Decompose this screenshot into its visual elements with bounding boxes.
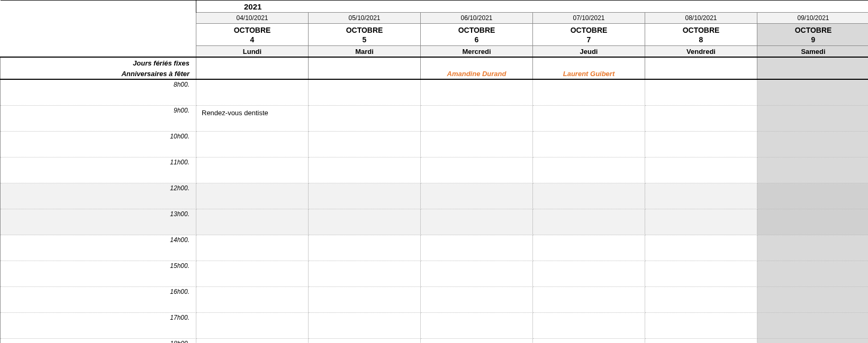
agenda-cell[interactable] [421,287,533,313]
weekly-agenda: 202104/10/202105/10/202106/10/202107/10/… [0,0,868,343]
agenda-cell[interactable] [645,132,757,157]
agenda-cell[interactable] [309,261,421,287]
agenda-cell[interactable] [421,79,533,106]
agenda-cell[interactable] [421,209,533,235]
day-header[interactable]: OCTOBRE7 [533,24,645,46]
agenda-cell[interactable] [196,339,309,344]
hour-label: 14h00. [1,235,196,261]
birthday-cell: Amandine Durand [421,68,533,79]
agenda-cell[interactable] [757,79,869,106]
agenda-cell[interactable]: Rendez-vous dentiste [196,106,309,132]
agenda-cell[interactable] [196,313,309,339]
agenda-cell[interactable] [533,313,645,339]
weekday-label: Samedi [757,46,869,58]
agenda-cell[interactable] [533,132,645,157]
agenda-cell[interactable] [309,339,421,344]
agenda-cell[interactable] [757,313,869,339]
birthday-cell [309,68,421,79]
agenda-cell[interactable] [645,79,757,106]
month-label: OCTOBRE [571,26,608,34]
agenda-cell[interactable] [757,287,869,313]
date-header: 07/10/2021 [533,13,645,24]
day-header[interactable]: OCTOBRE8 [645,24,757,46]
birthdays-label: Anniversaires à fêter [121,70,189,78]
agenda-cell[interactable] [196,183,309,209]
agenda-cell[interactable] [757,209,869,235]
agenda-cell[interactable] [421,235,533,261]
agenda-cell[interactable] [757,157,869,183]
agenda-cell[interactable] [645,106,757,132]
agenda-cell[interactable] [533,209,645,235]
agenda-cell[interactable] [757,132,869,157]
agenda-cell[interactable] [309,209,421,235]
agenda-cell[interactable] [533,106,645,132]
hour-label: 9h00. [1,106,196,132]
year-cell: 2021 [196,1,869,13]
day-number: 6 [475,35,479,44]
agenda-cell[interactable] [645,261,757,287]
agenda-cell[interactable] [645,235,757,261]
agenda-cell[interactable] [196,157,309,183]
agenda-cell[interactable] [196,132,309,157]
hour-label: 13h00. [1,209,196,235]
weekday-label: Vendredi [645,46,757,58]
fixed-holidays-label: Jours fériés fixes [133,59,189,67]
birthday-cell [196,68,309,79]
agenda-cell[interactable] [645,339,757,344]
agenda-cell[interactable] [196,209,309,235]
day-header[interactable]: OCTOBRE6 [421,24,533,46]
agenda-cell[interactable] [757,106,869,132]
day-header[interactable]: OCTOBRE9 [757,24,869,46]
weekday-label: Lundi [196,46,309,58]
holiday-cell [533,57,645,68]
hour-label: 16h00. [1,287,196,313]
agenda-cell[interactable] [309,106,421,132]
agenda-cell[interactable] [645,313,757,339]
agenda-cell[interactable] [533,339,645,344]
agenda-cell[interactable] [533,157,645,183]
hour-label: 10h00. [1,132,196,157]
agenda-cell[interactable] [309,79,421,106]
agenda-cell[interactable] [645,287,757,313]
agenda-cell[interactable] [196,79,309,106]
month-label: OCTOBRE [683,26,720,34]
agenda-cell[interactable] [533,287,645,313]
agenda-cell[interactable] [309,235,421,261]
agenda-cell[interactable] [421,313,533,339]
agenda-cell[interactable] [533,79,645,106]
day-header[interactable]: OCTOBRE5 [309,24,421,46]
agenda-cell[interactable] [645,209,757,235]
agenda-cell[interactable] [645,183,757,209]
agenda-cell[interactable] [757,235,869,261]
agenda-cell[interactable] [757,339,869,344]
month-label: OCTOBRE [458,26,495,34]
agenda-cell[interactable] [421,106,533,132]
agenda-cell[interactable] [196,261,309,287]
agenda-cell[interactable] [421,157,533,183]
hour-label: 17h00. [1,313,196,339]
agenda-cell[interactable] [309,183,421,209]
agenda-cell[interactable] [533,235,645,261]
agenda-cell[interactable] [421,132,533,157]
agenda-cell[interactable] [645,157,757,183]
agenda-cell[interactable] [309,157,421,183]
agenda-cell[interactable] [533,183,645,209]
date-header: 08/10/2021 [645,13,757,24]
agenda-cell[interactable] [757,183,869,209]
weekday-label: Jeudi [533,46,645,58]
agenda-cell[interactable] [196,287,309,313]
agenda-cell[interactable] [421,261,533,287]
month-label: OCTOBRE [795,26,832,34]
birthday-cell: Laurent Guibert [533,68,645,79]
day-header[interactable]: OCTOBRE4 [196,24,309,46]
hour-label: 15h00. [1,261,196,287]
agenda-cell[interactable] [533,261,645,287]
weekday-label: Mardi [309,46,421,58]
agenda-cell[interactable] [421,339,533,344]
agenda-cell[interactable] [757,261,869,287]
agenda-cell[interactable] [309,313,421,339]
agenda-cell[interactable] [196,235,309,261]
agenda-cell[interactable] [309,132,421,157]
agenda-cell[interactable] [421,183,533,209]
agenda-cell[interactable] [309,287,421,313]
